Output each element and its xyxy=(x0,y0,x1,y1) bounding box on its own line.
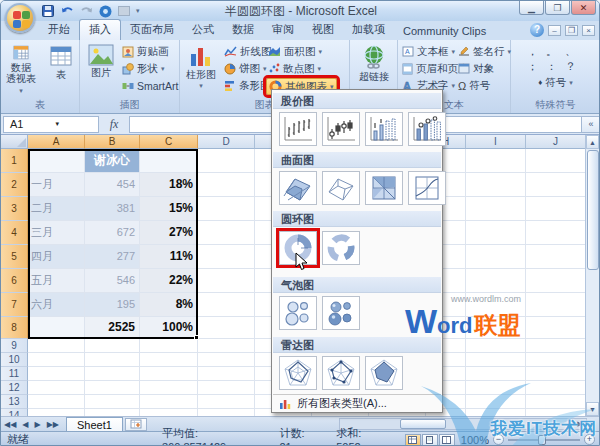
sheet-tab-sheet1[interactable]: Sheet1 xyxy=(66,417,123,431)
select-all-corner[interactable] xyxy=(1,135,28,149)
stock-volume-ohlc-icon[interactable] xyxy=(408,112,446,146)
pivottable-button[interactable]: 数据 透视表 ▾ xyxy=(3,42,39,96)
exploded-doughnut-icon[interactable] xyxy=(322,231,360,265)
cell-a6[interactable]: 五月 xyxy=(28,269,85,293)
bubble-3d-icon[interactable] xyxy=(322,296,360,330)
stock-ohlc-icon[interactable] xyxy=(322,112,360,146)
cell-a2[interactable]: 一月 xyxy=(28,173,85,197)
undo-icon[interactable] xyxy=(60,4,74,18)
cell-b1[interactable]: 谢冰心 xyxy=(85,149,140,173)
close-button[interactable]: ✕ xyxy=(571,1,596,15)
surface-wireframe-icon[interactable] xyxy=(322,171,360,205)
row-header-7[interactable]: 7 xyxy=(1,293,28,317)
name-box[interactable]: A1 ▾ xyxy=(3,116,99,133)
surface-3d-icon[interactable] xyxy=(279,171,317,205)
table-button[interactable]: 表 xyxy=(43,42,79,96)
cell-b3[interactable]: 381 xyxy=(85,197,140,221)
row-header-2[interactable]: 2 xyxy=(1,173,28,197)
restore-button[interactable]: ❐ xyxy=(545,1,570,15)
page-break-view-button[interactable] xyxy=(439,434,455,446)
help-icon[interactable]: ? xyxy=(530,23,544,37)
tab-data[interactable]: 数据 xyxy=(223,20,263,40)
row-header-9[interactable]: 9 xyxy=(1,339,28,353)
tab-home[interactable]: 开始 xyxy=(39,20,79,40)
area-chart-button[interactable]: 面积图▾ xyxy=(266,43,337,60)
cell-c7[interactable]: 8% xyxy=(140,293,198,317)
symbol-comma[interactable]: ， xyxy=(527,45,546,57)
vertical-scroll-thumb[interactable] xyxy=(587,150,599,270)
first-sheet-icon[interactable]: ◀◀ xyxy=(1,420,19,429)
picture-button[interactable]: 图片 xyxy=(83,42,119,96)
office-button[interactable] xyxy=(5,3,35,33)
cell-a8[interactable] xyxy=(28,317,85,339)
column-header-i[interactable]: I xyxy=(466,135,526,149)
column-header-d[interactable]: D xyxy=(198,135,255,149)
cell-c3[interactable]: 15% xyxy=(140,197,198,221)
column-header-j[interactable]: J xyxy=(526,135,586,149)
cell-c5[interactable]: 11% xyxy=(140,245,198,269)
last-sheet-icon[interactable]: ▶▶ xyxy=(44,420,62,429)
symbol-question[interactable]: ？ xyxy=(565,60,584,72)
hyperlink-button[interactable]: 超链接 xyxy=(356,42,392,96)
cell-a3[interactable]: 二月 xyxy=(28,197,85,221)
scatter-chart-button[interactable]: 散点图▾ xyxy=(266,60,337,77)
community-clips-icon[interactable] xyxy=(98,4,112,18)
surface-contour-icon[interactable] xyxy=(365,171,403,205)
tab-formulas[interactable]: 公式 xyxy=(183,20,223,40)
radar-icon[interactable] xyxy=(279,356,317,390)
row-header-4[interactable]: 4 xyxy=(1,221,28,245)
filled-radar-icon[interactable] xyxy=(365,356,403,390)
row-header-1[interactable]: 1 xyxy=(1,149,28,173)
insert-function-icon[interactable]: fx xyxy=(99,117,129,132)
signature-line-button[interactable]: 签名行▾ xyxy=(456,43,513,60)
column-chart-button[interactable]: 柱形图 ▾ xyxy=(183,42,219,96)
next-sheet-icon[interactable]: ▶ xyxy=(31,420,43,429)
stock-hlc-icon[interactable] xyxy=(279,112,317,146)
cell-b4[interactable]: 672 xyxy=(85,221,140,245)
cell-b8[interactable]: 2525 xyxy=(85,317,140,339)
workbook-minimize-button[interactable]: – xyxy=(548,25,561,36)
smartart-button[interactable]: SmartArt xyxy=(120,77,180,94)
cell-a1[interactable] xyxy=(28,149,85,173)
name-box-dropdown-icon[interactable]: ▾ xyxy=(50,120,99,128)
cell-a7[interactable]: 六月 xyxy=(28,293,85,317)
bubble-icon[interactable] xyxy=(279,296,317,330)
workbook-close-button[interactable]: × xyxy=(582,25,595,36)
cell-b7[interactable]: 195 xyxy=(85,293,140,317)
tab-addins[interactable]: 加载项 xyxy=(343,20,394,40)
cell-c2[interactable]: 18% xyxy=(140,173,198,197)
redo-icon[interactable] xyxy=(79,4,93,18)
cell-b5[interactable]: 277 xyxy=(85,245,140,269)
stock-volume-icon[interactable] xyxy=(365,112,403,146)
horizontal-scroll-thumb[interactable] xyxy=(400,419,446,429)
row-header-11[interactable]: 11 xyxy=(1,367,28,381)
row-header-13[interactable]: 13 xyxy=(1,395,28,409)
tab-review[interactable]: 审阅 xyxy=(263,20,303,40)
row-header-8[interactable]: 8 xyxy=(1,317,28,339)
cell-b2[interactable]: 454 xyxy=(85,173,140,197)
cell-c1[interactable] xyxy=(140,149,198,173)
normal-view-button[interactable] xyxy=(405,434,421,446)
row-header-6[interactable]: 6 xyxy=(1,269,28,293)
tab-view[interactable]: 视图 xyxy=(303,20,343,40)
row-header-3[interactable]: 3 xyxy=(1,197,28,221)
column-header-c[interactable]: C xyxy=(140,135,198,149)
column-header-b[interactable]: B xyxy=(85,135,140,149)
symbol-colon[interactable]: ： xyxy=(546,60,565,72)
radar-markers-icon[interactable] xyxy=(322,356,360,390)
vertical-scrollbar[interactable]: ▲ ▼ xyxy=(585,135,599,416)
more-symbols-button[interactable]: ♦ 符号▾ xyxy=(511,74,600,91)
symbol-dunhao[interactable]: 、 xyxy=(565,45,584,57)
insert-worksheet-tab[interactable] xyxy=(125,418,147,431)
scroll-up-icon[interactable]: ▲ xyxy=(586,135,599,149)
cell-a4[interactable]: 三月 xyxy=(28,221,85,245)
qat-dropdown-icon[interactable]: ▾ xyxy=(136,7,140,15)
workbook-restore-button[interactable]: ❐ xyxy=(565,25,578,36)
save-icon[interactable] xyxy=(41,4,55,18)
tab-community-clips[interactable]: Community Clips xyxy=(394,23,495,40)
cell-c4[interactable]: 27% xyxy=(140,221,198,245)
row-header-5[interactable]: 5 xyxy=(1,245,28,269)
row-header-10[interactable]: 10 xyxy=(1,353,28,367)
shapes-button[interactable]: 形状▾ xyxy=(120,60,180,77)
tab-insert[interactable]: 插入 xyxy=(79,19,121,40)
